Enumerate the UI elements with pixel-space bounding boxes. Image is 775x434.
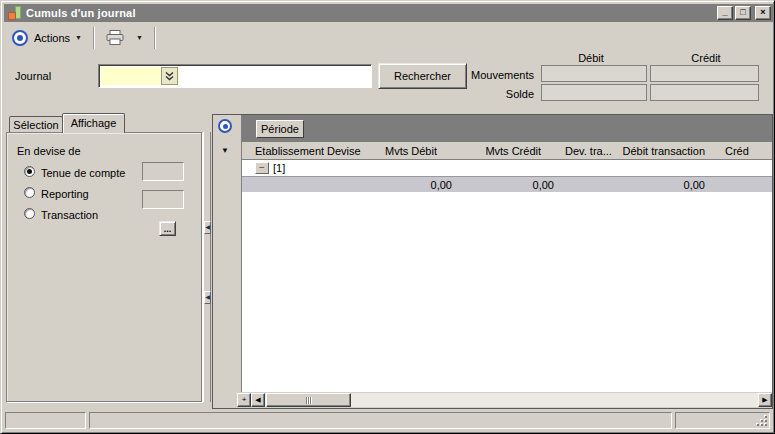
window-title: Cumuls d'un journal [26, 7, 136, 19]
panel-splitter[interactable]: ◀ ◀ [203, 132, 211, 402]
column-header-credit-transaction[interactable]: Créd [707, 145, 772, 157]
group-row-label: [1] [273, 162, 285, 174]
grid-header-row: Etablissement Devise Mvts Débit Mvts Cré… [242, 142, 772, 160]
affichage-panel: En devise de Tenue de compte Reporting T… [6, 132, 202, 402]
horizontal-scrollbar[interactable] [265, 393, 758, 407]
toolbar: Actions ▼ ▼ [4, 23, 773, 52]
journal-expand-button[interactable] [161, 67, 178, 85]
target-icon [218, 119, 232, 133]
debit-column-label: Débit [561, 52, 621, 64]
print-options-dropdown[interactable]: ▼ [130, 31, 149, 44]
more-options-button[interactable]: ... [159, 221, 176, 236]
status-section-left [5, 412, 86, 429]
grid-scroll-strip: + ◀ ▶ [237, 392, 772, 408]
group-by-band: Période [242, 115, 772, 142]
total-mvts-debit: 0,00 [380, 179, 454, 191]
column-header-debit-transaction[interactable]: Débit transaction [619, 145, 707, 157]
radio-reporting-label: Reporting [41, 188, 89, 200]
collapse-group-button[interactable]: − [255, 162, 269, 174]
periode-group-button[interactable]: Période [256, 120, 304, 138]
grid-body [242, 192, 772, 392]
radio-reporting[interactable] [24, 187, 35, 198]
credit-column-label: Crédit [676, 52, 736, 64]
print-button[interactable] [100, 28, 130, 47]
tab-affichage[interactable]: Affichage [62, 113, 125, 133]
cumuls-grid: ▼ Période Etablissement Devise Mvts Débi… [212, 114, 773, 409]
total-mvts-credit: 0,00 [454, 179, 556, 191]
radio-tenue-de-compte[interactable] [24, 166, 35, 177]
mouvements-credit-field [650, 65, 759, 82]
devise-group-title: En devise de [17, 145, 81, 157]
column-header-etablissement[interactable]: Etablissement [242, 145, 324, 157]
chevron-left-icon: ◀ [205, 294, 210, 300]
splitter-collapse-button[interactable]: ◀ [204, 291, 211, 304]
titlebar: Cumuls d'un journal _ □ × [4, 4, 773, 22]
status-section-right [675, 412, 770, 429]
app-bar-chart-icon [8, 6, 22, 20]
solde-credit-field [650, 84, 759, 101]
scroll-left-button[interactable]: ◀ [251, 393, 265, 407]
group-row: − [1] [242, 160, 772, 177]
solde-debit-field [541, 84, 647, 101]
radio-transaction-label: Transaction [41, 209, 98, 221]
chevron-down-icon: ▼ [75, 34, 82, 41]
scroll-right-button[interactable]: ▶ [758, 393, 772, 407]
solde-label: Solde [451, 88, 534, 100]
column-header-mvts-credit[interactable]: Mvts Crédit [454, 145, 556, 157]
chevron-down-icon: ▼ [136, 34, 143, 41]
tab-selection[interactable]: Sélection [9, 116, 63, 133]
row-marker-icon: ▼ [221, 146, 229, 155]
radio-tenue-de-compte-label: Tenue de compte [41, 167, 125, 179]
totals-row: 0,00 0,00 0,00 [242, 177, 772, 192]
mouvements-debit-field [541, 65, 647, 82]
scrollbar-thumb[interactable] [266, 393, 351, 407]
resize-grip[interactable] [757, 416, 768, 427]
column-header-devise[interactable]: Devise [324, 145, 380, 157]
total-debit-transaction: 0,00 [619, 179, 707, 191]
splitter-collapse-button[interactable]: ◀ [204, 221, 211, 234]
actions-menu-label: Actions [34, 32, 70, 44]
printer-icon [105, 30, 125, 45]
toolbar-separator [154, 27, 156, 49]
close-button[interactable]: × [755, 6, 771, 20]
radio-transaction[interactable] [24, 208, 35, 219]
actions-menu-button[interactable]: Actions ▼ [28, 29, 88, 47]
window: Cumuls d'un journal _ □ × Actions ▼ ▼ Jo… [0, 0, 775, 434]
chevron-left-icon: ◀ [205, 224, 210, 230]
minimize-button[interactable]: _ [717, 6, 733, 20]
mouvements-label: Mouvements [451, 69, 534, 81]
grid-gutter: ▼ [213, 115, 242, 408]
reporting-field[interactable] [142, 190, 184, 209]
tenue-de-compte-field[interactable] [142, 162, 184, 181]
status-section-middle [89, 412, 672, 429]
toolbar-separator [93, 27, 95, 49]
journal-combo [98, 64, 372, 88]
double-chevron-down-icon [165, 71, 174, 81]
column-header-dev-transaction[interactable]: Dev. tra... [556, 145, 619, 157]
target-icon [12, 30, 28, 46]
column-header-mvts-debit[interactable]: Mvts Débit [380, 145, 454, 157]
statusbar [4, 411, 771, 430]
add-row-button[interactable]: + [237, 393, 251, 407]
journal-label: Journal [15, 70, 51, 82]
maximize-button[interactable]: □ [735, 6, 751, 20]
